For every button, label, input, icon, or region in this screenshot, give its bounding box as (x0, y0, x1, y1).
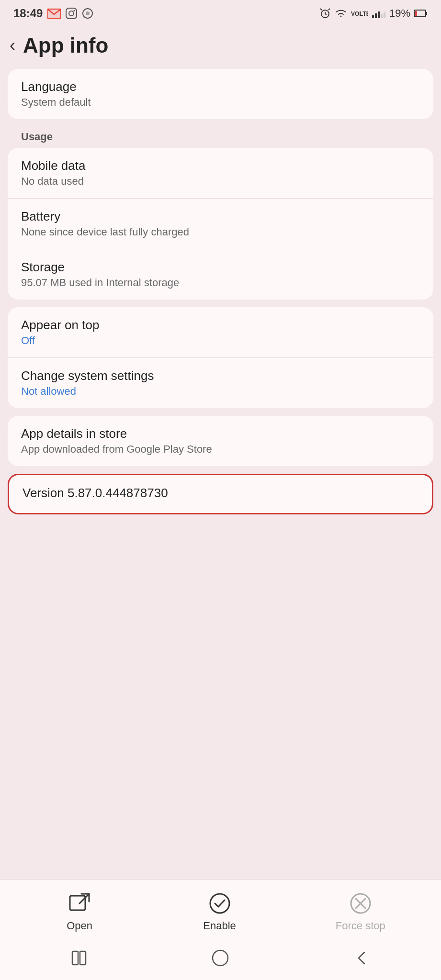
back-button[interactable]: ‹ (10, 37, 15, 54)
svg-rect-16 (378, 11, 380, 18)
appear-on-top-subtitle: Off (21, 334, 420, 347)
alarm-icon (319, 8, 331, 19)
language-title: Language (21, 79, 420, 94)
instagram-icon (66, 8, 77, 19)
lte-icon: VOL LTE (351, 9, 368, 18)
svg-rect-28 (72, 951, 78, 965)
battery-title: Battery (21, 209, 420, 224)
mobile-data-subtitle: No data used (21, 175, 420, 188)
language-item[interactable]: Language System default (8, 69, 433, 119)
svg-rect-30 (213, 950, 228, 966)
svg-rect-18 (384, 12, 385, 18)
svg-line-10 (320, 9, 322, 10)
app-details-card: App details in store App downloaded from… (8, 416, 433, 466)
open-button[interactable]: Open (56, 891, 103, 932)
appear-on-top-title: Appear on top (21, 318, 420, 333)
storage-title: Storage (21, 260, 420, 275)
svg-rect-29 (80, 951, 86, 965)
header: ‹ App info (0, 24, 441, 69)
language-card: Language System default (8, 69, 433, 119)
version-item: Version 5.87.0.444878730 (9, 475, 432, 513)
status-right: VOL LTE 19% (319, 7, 428, 20)
svg-rect-0 (47, 8, 61, 19)
svg-line-9 (325, 14, 327, 15)
back-nav-icon (354, 949, 368, 967)
language-subtitle: System default (21, 96, 420, 109)
svg-point-24 (210, 894, 229, 913)
enable-button[interactable]: Enable (196, 891, 244, 932)
status-left: 18:49 (13, 7, 93, 20)
svg-rect-22 (70, 896, 85, 910)
battery-item[interactable]: Battery None since device last fully cha… (8, 199, 433, 249)
svg-rect-17 (381, 14, 383, 18)
svg-point-6 (86, 11, 90, 15)
svg-rect-2 (66, 8, 77, 19)
mobile-data-title: Mobile data (21, 158, 420, 173)
usage-card: Mobile data No data used Battery None si… (8, 148, 433, 300)
photos-icon (82, 8, 93, 19)
page-title: App info (23, 33, 108, 57)
battery-icon (414, 10, 428, 17)
appear-on-top-item[interactable]: Appear on top Off (8, 307, 433, 358)
force-stop-label: Force stop (336, 920, 385, 932)
enable-icon (207, 891, 232, 916)
app-details-title: App details in store (21, 426, 420, 441)
mobile-data-item[interactable]: Mobile data No data used (8, 148, 433, 199)
app-details-item[interactable]: App details in store App downloaded from… (8, 416, 433, 466)
svg-rect-20 (415, 11, 417, 16)
home-button[interactable] (204, 947, 237, 969)
main-content: Language System default Usage Mobile dat… (0, 69, 441, 879)
enable-label: Enable (203, 920, 236, 932)
app-details-subtitle: App downloaded from Google Play Store (21, 443, 420, 456)
change-system-settings-subtitle: Not allowed (21, 385, 420, 398)
wifi-icon (335, 9, 347, 18)
permissions-card: Appear on top Off Change system settings… (8, 307, 433, 408)
gmail-icon (47, 8, 61, 19)
battery-subtitle: None since device last fully charged (21, 226, 420, 238)
home-icon (212, 949, 229, 967)
recent-apps-icon (70, 949, 90, 967)
version-text: Version 5.87.0.444878730 (23, 486, 418, 501)
status-bar: 18:49 (0, 0, 441, 24)
change-system-settings-item[interactable]: Change system settings Not allowed (8, 358, 433, 408)
force-stop-button[interactable]: Force stop (336, 891, 385, 932)
open-icon (67, 891, 92, 916)
force-stop-icon (348, 891, 373, 916)
nav-bar (0, 940, 441, 980)
storage-item[interactable]: Storage 95.07 MB used in Internal storag… (8, 249, 433, 300)
open-label: Open (67, 920, 92, 932)
storage-subtitle: 95.07 MB used in Internal storage (21, 277, 420, 289)
recent-apps-button[interactable] (63, 947, 97, 969)
svg-rect-21 (426, 12, 427, 15)
svg-rect-15 (375, 13, 377, 18)
change-system-settings-title: Change system settings (21, 368, 420, 383)
svg-point-3 (69, 11, 74, 16)
svg-line-11 (328, 9, 330, 10)
svg-point-4 (74, 10, 75, 11)
battery-level: 19% (389, 7, 410, 20)
usage-section-label: Usage (8, 127, 433, 148)
svg-text:LTE: LTE (360, 11, 368, 17)
bottom-action-bar: Open Enable Force stop (0, 879, 441, 940)
version-card: Version 5.87.0.444878730 (8, 474, 433, 514)
status-time: 18:49 (13, 7, 43, 20)
back-nav-button[interactable] (344, 947, 378, 969)
signal-icon (372, 9, 385, 18)
svg-rect-14 (372, 15, 374, 18)
